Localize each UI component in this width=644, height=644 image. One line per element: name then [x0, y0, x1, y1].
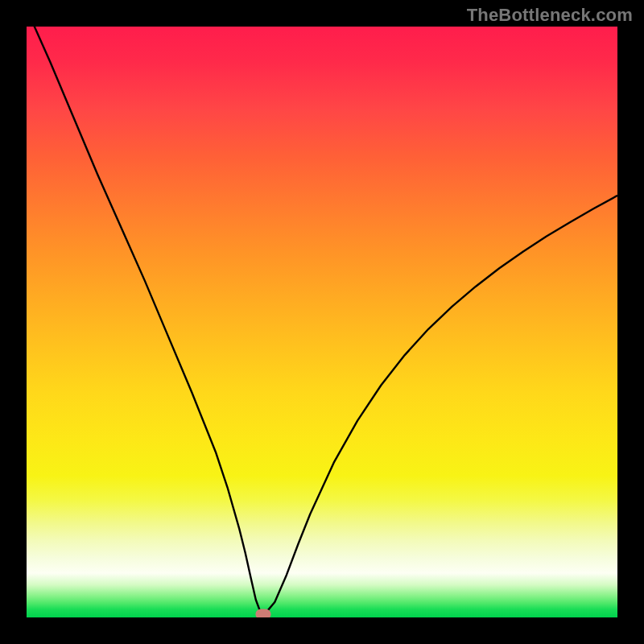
optimum-marker	[256, 609, 271, 617]
chart-frame: TheBottleneck.com	[0, 0, 644, 644]
watermark-text: TheBottleneck.com	[467, 5, 633, 26]
plot-area	[27, 27, 617, 617]
bottleneck-curve	[27, 27, 617, 617]
curve-path	[27, 27, 617, 613]
